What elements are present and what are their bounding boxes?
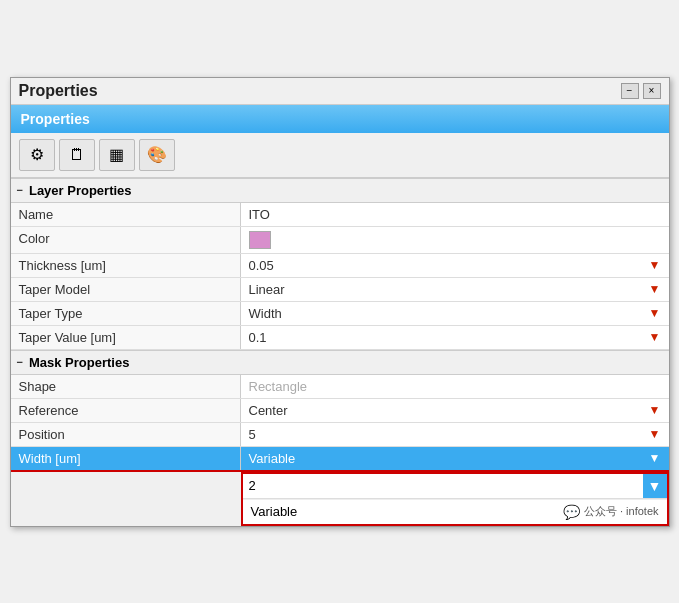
mask-section-title: Mask Properties <box>29 355 129 370</box>
dropdown-option-variable[interactable]: Variable 💬 公众号 · infotek <box>243 499 667 524</box>
thickness-dropdown-arrow[interactable]: ▼ <box>649 258 661 272</box>
table-row: Taper Value [um] 0.1 ▼ <box>11 326 669 350</box>
table-toolbar-btn[interactable]: ▦ <box>99 139 135 171</box>
taper-type-label: Taper Type <box>11 302 241 325</box>
reference-label: Reference <box>11 399 241 422</box>
width-row[interactable]: Width [um] Variable ▼ <box>11 447 669 472</box>
color-value[interactable] <box>241 227 669 253</box>
table-row: Thickness [um] 0.05 ▼ <box>11 254 669 278</box>
taper-type-value-text: Width <box>249 306 282 321</box>
taper-model-label: Taper Model <box>11 278 241 301</box>
taper-model-value: Linear ▼ <box>241 278 669 301</box>
position-value-text: 5 <box>249 427 256 442</box>
table-row: Shape Rectangle <box>11 375 669 399</box>
gear-toolbar-btn[interactable]: ⚙ <box>19 139 55 171</box>
position-value: 5 ▼ <box>241 423 669 446</box>
width-value: Variable ▼ <box>241 447 669 470</box>
position-label: Position <box>11 423 241 446</box>
table-row: Name ITO <box>11 203 669 227</box>
taper-model-dropdown-arrow[interactable]: ▼ <box>649 282 661 296</box>
width-dropdown-arrow[interactable]: ▼ <box>649 451 661 465</box>
thickness-value-text: 0.05 <box>249 258 274 273</box>
color-swatch[interactable] <box>249 231 271 249</box>
mask-properties-table: Shape Rectangle Reference Center ▼ Posit… <box>11 375 669 472</box>
layer-properties-section-header[interactable]: − Layer Properties <box>11 178 669 203</box>
reference-value-text: Center <box>249 403 288 418</box>
dropdown-scroll-button[interactable]: ▼ <box>643 474 667 498</box>
taper-value-value: 0.1 ▼ <box>241 326 669 349</box>
window-controls: − × <box>621 83 661 99</box>
dropdown-input-row: ▼ <box>243 474 667 499</box>
dropdown-input[interactable] <box>243 475 643 496</box>
thickness-label: Thickness [um] <box>11 254 241 277</box>
shape-value: Rectangle <box>241 375 669 398</box>
shape-value-text: Rectangle <box>249 379 308 394</box>
mask-properties-section-header[interactable]: − Mask Properties <box>11 350 669 375</box>
table-row: Taper Model Linear ▼ <box>11 278 669 302</box>
mask-collapse-icon: − <box>17 356 23 368</box>
titlebar: Properties − × <box>11 78 669 105</box>
name-value-text: ITO <box>249 207 270 222</box>
taper-value-label: Taper Value [um] <box>11 326 241 349</box>
table-row: Position 5 ▼ <box>11 423 669 447</box>
reference-dropdown-arrow[interactable]: ▼ <box>649 403 661 417</box>
list-toolbar-btn[interactable]: 🗒 <box>59 139 95 171</box>
wechat-icon: 💬 <box>563 504 580 520</box>
taper-model-value-text: Linear <box>249 282 285 297</box>
dropdown-popup: ▼ Variable 💬 公众号 · infotek <box>241 472 669 526</box>
wechat-badge: 💬 公众号 · infotek <box>563 504 659 520</box>
window-title: Properties <box>19 82 98 100</box>
taper-type-dropdown-arrow[interactable]: ▼ <box>649 306 661 320</box>
position-dropdown-arrow[interactable]: ▼ <box>649 427 661 441</box>
close-button[interactable]: × <box>643 83 661 99</box>
taper-value-dropdown-arrow[interactable]: ▼ <box>649 330 661 344</box>
palette-toolbar-btn[interactable]: 🎨 <box>139 139 175 171</box>
toolbar: ⚙ 🗒 ▦ 🎨 <box>11 133 669 178</box>
thickness-value: 0.05 ▼ <box>241 254 669 277</box>
width-value-text: Variable <box>249 451 296 466</box>
table-row: Reference Center ▼ <box>11 399 669 423</box>
taper-type-value: Width ▼ <box>241 302 669 325</box>
table-row: Color <box>11 227 669 254</box>
layer-properties-table: Name ITO Color Thickness [um] 0.05 ▼ Tap… <box>11 203 669 350</box>
color-label: Color <box>11 227 241 253</box>
wechat-text: 公众号 · infotek <box>584 504 659 519</box>
properties-window: Properties − × Properties ⚙ 🗒 ▦ 🎨 − Laye… <box>10 77 670 527</box>
layer-collapse-icon: − <box>17 184 23 196</box>
width-label: Width [um] <box>11 447 241 470</box>
panel-header: Properties <box>11 105 669 133</box>
shape-label: Shape <box>11 375 241 398</box>
name-label: Name <box>11 203 241 226</box>
reference-value: Center ▼ <box>241 399 669 422</box>
dropdown-option-label: Variable <box>251 504 298 519</box>
taper-value-text: 0.1 <box>249 330 267 345</box>
table-row: Taper Type Width ▼ <box>11 302 669 326</box>
name-value: ITO <box>241 203 669 226</box>
dropdown-box: ▼ Variable 💬 公众号 · infotek <box>241 472 669 526</box>
layer-section-title: Layer Properties <box>29 183 132 198</box>
minimize-button[interactable]: − <box>621 83 639 99</box>
